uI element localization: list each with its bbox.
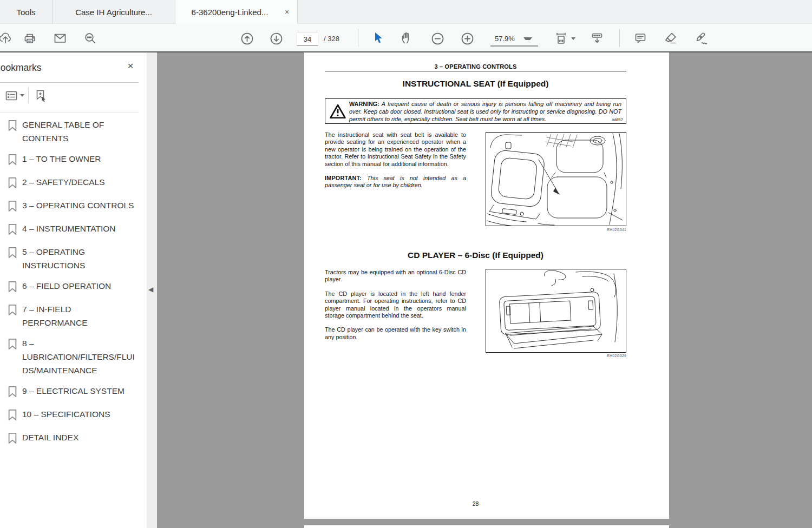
close-panel-icon[interactable]: ×: [125, 61, 136, 71]
tab-case-ih-document[interactable]: Case IH Agriculture...: [53, 0, 175, 24]
bookmark-item-in-field-performance[interactable]: 7 – IN-FIELD PERFORMANCE: [0, 302, 143, 329]
section2-body-text: Tractors may be equipped with an optiona…: [325, 269, 466, 348]
email-icon: [53, 31, 67, 45]
pdf-page: 3 – OPERATING CONTROLS INSTRUCTIONAL SEA…: [304, 52, 669, 519]
figure-caption: RH02G341: [486, 228, 626, 232]
important-label: IMPORTANT:: [325, 175, 362, 181]
zoom-level-dropdown[interactable]: 57.9%: [490, 31, 538, 47]
scroll-mode-button[interactable]: [589, 30, 605, 47]
previous-page-button[interactable]: [239, 30, 255, 47]
instructional-seat-illustration: [486, 133, 626, 226]
section-title-instructional-seat: INSTRUCTIONAL SEAT (If Equipped): [325, 79, 626, 89]
section1-body-text: The instructional seat with seat belt is…: [325, 131, 466, 196]
email-button[interactable]: [52, 30, 68, 47]
bookmark-label: 9 – ELECTRICAL SYSTEM: [22, 384, 138, 398]
bookmark-item-specifications[interactable]: 10 – SPECIFICATIONS: [0, 407, 143, 424]
important-note: IMPORTANT: This seat is not intended as …: [325, 175, 466, 189]
figure-instructional-seat: [486, 132, 626, 226]
bookmark-options-caret-icon: [20, 94, 24, 97]
fill-sign-icon: [693, 31, 709, 46]
bookmark-label: 7 – IN-FIELD PERFORMANCE: [22, 302, 138, 329]
page-count-label: / 328: [324, 32, 339, 46]
main-toolbar: / 328 57.9%: [0, 24, 812, 52]
bookmark-icon: [7, 200, 18, 215]
bookmark-item-operating-instructions[interactable]: 5 – OPERATING INSTRUCTIONS: [0, 245, 143, 272]
tab-tools[interactable]: Tools: [0, 0, 53, 24]
bookmark-options-button[interactable]: [3, 88, 19, 103]
bookmark-item-electrical-system[interactable]: 9 – ELECTRICAL SYSTEM: [0, 384, 143, 400]
bookmark-icon: [7, 408, 18, 424]
tab-active-label: 6-36200eng-Linked...: [192, 8, 269, 17]
bookmark-item-instrumentation[interactable]: 4 – INSTRUMENTATION: [0, 222, 143, 238]
zoom-in-button[interactable]: [459, 30, 475, 47]
share-button[interactable]: [0, 30, 14, 47]
locate-bookmark-icon: [33, 88, 48, 103]
page-up-icon: [240, 31, 254, 46]
bookmark-label: GENERAL TABLE OF CONTENTS: [22, 118, 138, 145]
bookmark-item-to-the-owner[interactable]: 1 – TO THE OWNER: [0, 152, 143, 168]
bookmark-icon: [7, 338, 18, 353]
select-tool-icon: [371, 31, 385, 45]
page-fit-button[interactable]: [553, 30, 569, 47]
bookmark-icon: [7, 119, 18, 134]
bookmark-label: 5 – OPERATING INSTRUCTIONS: [22, 245, 138, 272]
zoom-level-value: 57.9%: [490, 35, 515, 43]
bookmark-icon: [7, 176, 18, 192]
bookmark-label: 6 – FIELD OPERATION: [22, 279, 138, 293]
paragraph: The CD player is located in the left han…: [325, 291, 466, 320]
search-icon: [83, 31, 97, 45]
bookmark-label: 1 – TO THE OWNER: [22, 152, 138, 166]
next-page-button[interactable]: [268, 30, 284, 47]
document-view[interactable]: 3 – OPERATING CONTROLS INSTRUCTIONAL SEA…: [157, 52, 812, 528]
bookmarks-list: GENERAL TABLE OF CONTENTS 1 – TO THE OWN…: [0, 118, 143, 454]
select-tool-button[interactable]: [370, 30, 386, 47]
warning-triangle-icon: [329, 104, 346, 119]
bookmark-item-general-toc[interactable]: GENERAL TABLE OF CONTENTS: [0, 118, 143, 145]
print-button[interactable]: [22, 30, 38, 47]
tab-tools-label: Tools: [16, 8, 35, 17]
bookmark-label: DETAIL INDEX: [22, 431, 138, 444]
bookmark-icon: [7, 432, 18, 447]
highlight-icon: [664, 31, 678, 46]
warning-label: WARNING:: [349, 101, 379, 107]
panel-divider: [0, 82, 139, 83]
bookmark-label: 3 – OPERATING CONTROLS: [22, 199, 138, 212]
collapse-panel-icon[interactable]: ◀: [148, 286, 153, 293]
page-down-icon: [269, 31, 284, 46]
bookmark-icon: [7, 223, 18, 238]
bookmark-label: 2 – SAFETY/DECALS: [22, 175, 138, 189]
bookmark-item-lubrication-maintenance[interactable]: 8 – LUBRICATION/FILTERS/FLUIDS/MAINTENAN…: [0, 336, 143, 377]
header-rule: [325, 71, 626, 71]
bookmark-label: 4 – INSTRUMENTATION: [22, 222, 138, 235]
bookmark-label: 10 – SPECIFICATIONS: [22, 407, 138, 421]
toolbar-divider: [358, 29, 358, 47]
paragraph: The instructional seat with seat belt is…: [325, 131, 466, 168]
bookmark-item-detail-index[interactable]: DETAIL INDEX: [0, 431, 143, 447]
bookmark-item-operating-controls[interactable]: 3 – OPERATING CONTROLS: [0, 199, 143, 215]
panel-toolbar-divider: [28, 87, 29, 103]
warning-body: A frequent cause of death or serious inj…: [349, 101, 621, 122]
bookmark-item-safety-decals[interactable]: 2 – SAFETY/DECALS: [0, 175, 143, 192]
zoom-out-button[interactable]: [429, 30, 446, 47]
zoom-out-icon: [430, 31, 445, 46]
hand-tool-icon: [401, 31, 415, 45]
bookmark-label: 8 – LUBRICATION/FILTERS/FLUIDS/MAINTENAN…: [22, 336, 138, 377]
print-icon: [23, 31, 37, 45]
highlight-button[interactable]: [663, 30, 679, 47]
paragraph: The CD player can be operated with the k…: [325, 326, 466, 341]
bookmark-icon: [7, 385, 18, 400]
tab-active-document[interactable]: 6-36200eng-Linked... ×: [175, 0, 298, 24]
fill-sign-button[interactable]: [693, 30, 709, 47]
comment-button[interactable]: [632, 30, 649, 47]
chevron-down-icon: [523, 37, 532, 40]
search-button[interactable]: [82, 30, 99, 47]
toolbar-divider: [619, 29, 620, 47]
hand-tool-button[interactable]: [400, 30, 416, 47]
bookmark-icon: [7, 246, 18, 261]
cd-player-illustration: [486, 269, 626, 352]
locate-current-bookmark-button[interactable]: [32, 88, 49, 103]
bookmark-item-field-operation[interactable]: 6 – FIELD OPERATION: [0, 279, 143, 295]
page-number-input[interactable]: [297, 32, 318, 46]
panel-divider: [0, 112, 139, 113]
close-tab-icon[interactable]: ×: [282, 7, 292, 17]
